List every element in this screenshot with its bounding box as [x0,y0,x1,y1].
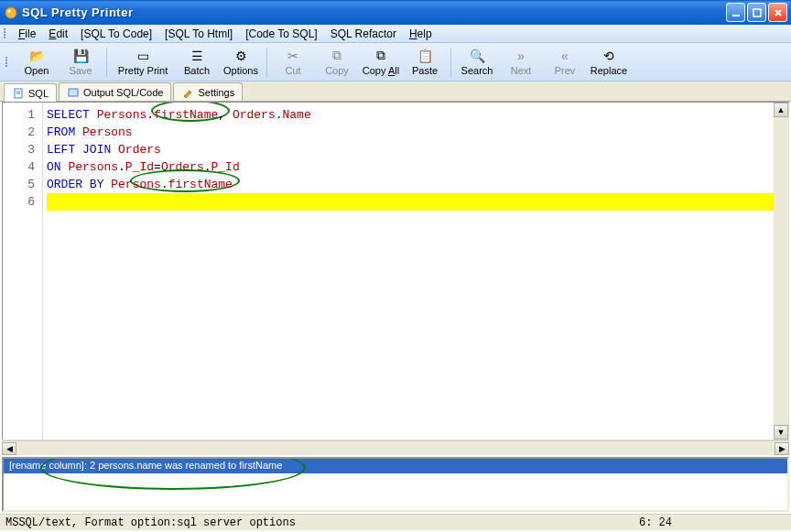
maximize-button[interactable] [747,3,766,22]
code-line[interactable]: LEFT JOIN Orders [47,141,788,158]
horizontal-scrollbar[interactable]: ◀ ▶ [2,440,789,455]
window-controls [726,3,787,22]
next-button[interactable]: »Next [499,45,543,80]
app-icon [4,5,18,20]
code-line[interactable] [47,193,785,211]
scroll-left-icon[interactable]: ◀ [2,442,16,455]
minimize-button[interactable] [726,3,745,22]
replace-icon: ⟲ [601,49,616,63]
binoculars-icon: 🔍 [470,49,484,63]
code-line[interactable]: ON Persons.P_Id=Orders.P_Id [47,158,788,176]
statusbar: MSSQL/text, Format option:sql server opt… [0,514,791,530]
line-number: 3 [3,141,35,158]
toolbar: 📂Open 💾Save ▭Pretty Print ☰Batch ⚙Option… [0,43,791,81]
cut-button[interactable]: ✂Cut [271,45,315,80]
document-icon: ▭ [135,49,150,63]
svg-rect-9 [69,89,78,96]
scroll-right-icon[interactable]: ▶ [775,442,789,455]
paste-icon: 📋 [417,49,432,63]
folder-open-icon: 📂 [29,49,44,63]
document-icon [12,87,25,100]
prev-icon: « [558,49,572,63]
window-title: SQL Pretty Printer [22,5,726,19]
menubar: File Edit [SQL To Code] [SQL To Html] [C… [0,25,791,43]
line-number: 1 [3,106,35,124]
batch-button[interactable]: ☰Batch [175,45,219,80]
menu-edit[interactable]: Edit [43,26,73,42]
tab-settings[interactable]: Settings [173,82,243,101]
status-format: MSSQL/text, Format option:sql server opt… [5,516,639,529]
menu-file[interactable]: File [13,26,41,42]
status-cursor-position: 6: 24 [639,516,786,529]
line-number: 4 [3,158,35,176]
pretty-print-button[interactable]: ▭Pretty Print [111,45,175,80]
scroll-down-icon[interactable]: ▼ [774,425,788,440]
menu-help[interactable]: Help [404,26,438,42]
line-number: 2 [3,124,35,141]
copy-all-icon: ⧉ [374,49,388,63]
toolbar-separator [266,48,267,77]
tab-output[interactable]: Output SQL/Code [59,82,171,101]
copy-icon: ⧉ [330,49,344,63]
code-line[interactable]: FROM Persons [47,124,788,141]
save-button[interactable]: 💾Save [59,45,103,80]
code-editor[interactable]: 123456 SELECT Persons.firstName, Orders.… [2,102,789,440]
toolbar-separator [106,48,107,77]
svg-rect-2 [732,15,740,16]
window-titlebar: SQL Pretty Printer [0,0,791,25]
output-icon [67,86,80,99]
message-row[interactable]: [rename column]: 2 persons.name was rena… [4,459,787,473]
line-number-gutter: 123456 [3,103,43,440]
next-icon: » [514,49,528,63]
wrench-icon [181,86,194,99]
scroll-track[interactable] [774,117,788,425]
menu-sql-to-code[interactable]: [SQL To Code] [75,26,157,42]
code-line[interactable]: SELECT Persons.firstName, Orders.Name [47,106,788,124]
code-area[interactable]: SELECT Persons.firstName, Orders.NameFRO… [43,103,788,440]
menu-sql-to-html[interactable]: [SQL To Html] [159,26,238,42]
options-button[interactable]: ⚙Options [219,45,263,80]
code-line[interactable]: ORDER BY Persons.firstName [47,176,788,193]
menu-sql-refactor[interactable]: SQL Refactor [325,26,402,42]
tabbar: SQL Output SQL/Code Settings [0,81,791,102]
scissors-icon: ✂ [286,49,300,63]
stack-icon: ☰ [190,49,204,63]
paste-button[interactable]: 📋Paste [403,45,447,80]
close-button[interactable] [768,3,787,22]
replace-button[interactable]: ⟲Replace [587,45,631,80]
tab-sql[interactable]: SQL [4,83,57,102]
menu-code-to-sql[interactable]: [Code To SQL] [240,26,323,42]
search-button[interactable]: 🔍Search [455,45,499,80]
toolbar-separator [450,48,451,77]
scroll-up-icon[interactable]: ▲ [774,103,788,117]
scroll-track[interactable] [16,442,775,455]
prev-button[interactable]: «Prev [543,45,587,80]
line-number: 6 [3,193,35,211]
save-icon: 💾 [73,49,88,63]
open-button[interactable]: 📂Open [15,45,59,80]
gear-icon: ⚙ [233,49,248,63]
copy-all-button[interactable]: ⧉Copy All [359,45,403,80]
grip-icon [5,57,11,67]
grip-icon [4,28,9,38]
svg-point-0 [5,7,16,18]
message-panel[interactable]: [rename column]: 2 persons.name was rena… [2,457,789,512]
svg-rect-3 [753,9,761,16]
svg-point-1 [8,9,11,12]
vertical-scrollbar[interactable]: ▲ ▼ [774,103,788,440]
line-number: 5 [3,176,35,193]
copy-button[interactable]: ⧉Copy [315,45,359,80]
